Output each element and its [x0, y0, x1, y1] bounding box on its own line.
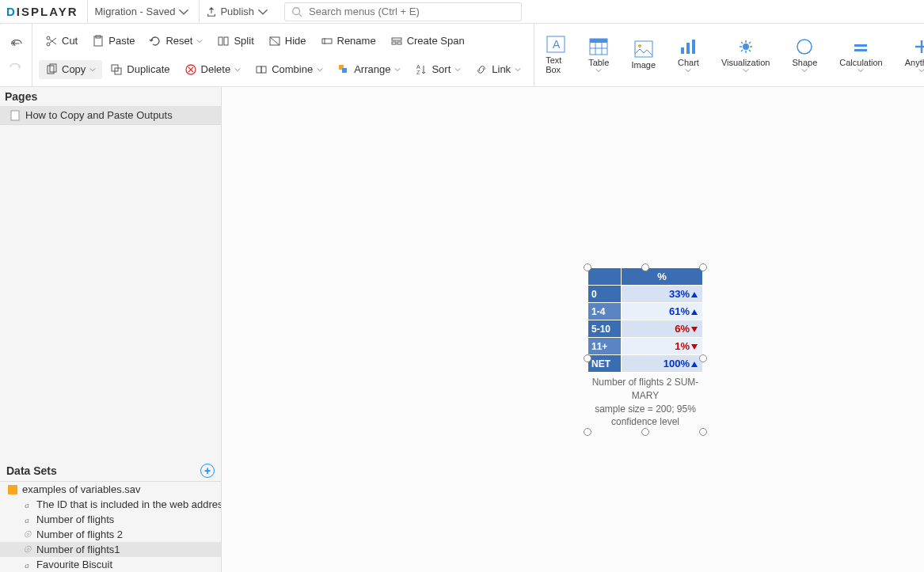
arrow-up-icon	[691, 309, 698, 315]
logo: DISPLAYR	[6, 5, 84, 18]
resize-handle[interactable]	[699, 354, 707, 362]
chevron-down-icon	[801, 68, 808, 73]
table-row[interactable]: 1-461%	[588, 303, 703, 320]
svg-rect-8	[322, 39, 332, 44]
resize-handle[interactable]	[584, 428, 591, 436]
arrange-button[interactable]: Arrange	[331, 60, 407, 79]
hide-button[interactable]: Hide	[262, 32, 313, 51]
output-table[interactable]: % 033%1-461%5-106%11+1%NET100%	[587, 267, 703, 373]
insert-image[interactable]: Image	[626, 37, 660, 73]
combine-button[interactable]: Combine	[249, 60, 329, 79]
insert-table[interactable]: Table	[584, 35, 614, 76]
insert-chart[interactable]: Chart	[673, 35, 704, 76]
image-icon	[634, 40, 653, 58]
app-header: DISPLAYR Migration - Saved Publish	[0, 0, 924, 24]
reset-icon	[149, 35, 162, 47]
canvas[interactable]: % 033%1-461%5-106%11+1%NET100% Number of…	[222, 87, 924, 572]
insert-calculation[interactable]: Calculation	[835, 35, 887, 76]
variable-item[interactable]: aThe ID that is included in the web addr…	[0, 497, 221, 512]
cut-button[interactable]: Cut	[39, 32, 84, 51]
svg-rect-34	[854, 44, 867, 47]
combine-icon	[255, 63, 268, 76]
table-caption: Number of flights 2 SUM-MARY sample size…	[587, 373, 703, 432]
insert-anything[interactable]: Anything	[900, 35, 924, 76]
row-value: 100%	[622, 355, 703, 373]
row-label: 5-10	[588, 320, 622, 338]
delete-button[interactable]: Delete	[178, 60, 248, 79]
reset-button[interactable]: Reset	[143, 32, 209, 51]
svg-point-0	[293, 7, 300, 14]
resize-handle[interactable]	[641, 263, 649, 271]
row-label: NET	[588, 355, 622, 373]
doc-status-label: Migration - Saved	[94, 6, 175, 17]
hide-icon	[268, 35, 281, 47]
table-row[interactable]: 11+1%	[588, 338, 703, 355]
resize-handle[interactable]	[584, 263, 591, 271]
dataset-file[interactable]: examples of variables.sav	[0, 482, 221, 497]
publish-menu[interactable]: Publish	[199, 0, 275, 23]
variable-item[interactable]: aFavourite Biscuit	[0, 557, 221, 572]
text-var-icon: a	[22, 500, 32, 509]
chevron-down-icon	[394, 66, 401, 73]
svg-rect-31	[692, 40, 695, 54]
add-dataset-button[interactable]: +	[200, 464, 215, 478]
table-header-blank	[588, 268, 622, 286]
chevron-down-icon	[595, 68, 602, 73]
sidebar: Pages How to Copy and Paste Outputs Data…	[0, 87, 222, 572]
page-label: How to Copy and Paste Outputs	[25, 109, 173, 121]
svg-rect-20	[342, 68, 347, 73]
sort-icon: AZ	[415, 63, 428, 76]
redo-button[interactable]	[10, 62, 22, 73]
search-box[interactable]	[284, 2, 522, 21]
page-item[interactable]: How to Copy and Paste Outputs	[0, 106, 221, 124]
copy-button[interactable]: Copy	[39, 60, 102, 79]
undo-button[interactable]	[10, 38, 22, 49]
svg-point-33	[797, 40, 812, 54]
duplicate-button[interactable]: Duplicate	[104, 60, 176, 79]
table-row[interactable]: 5-106%	[588, 320, 703, 338]
insert-visualization[interactable]: Visualization	[717, 35, 775, 76]
chevron-down-icon	[857, 68, 864, 73]
insert-shape[interactable]: Shape	[787, 35, 822, 76]
resize-handle[interactable]	[699, 428, 707, 436]
arrow-down-icon	[691, 327, 698, 332]
duplicate-icon	[110, 63, 123, 76]
variable-item[interactable]: aNumber of flights	[0, 512, 221, 527]
resize-handle[interactable]	[699, 263, 707, 271]
chart-icon	[679, 38, 698, 55]
svg-rect-35	[854, 49, 867, 51]
selected-table-object[interactable]: % 033%1-461%5-106%11+1%NET100% Number of…	[587, 267, 703, 432]
split-button[interactable]: Split	[211, 32, 260, 51]
insert-panel: A Text Box Table Image Chart Visualizati…	[534, 24, 924, 86]
paste-button[interactable]: Paste	[86, 32, 141, 51]
sort-button[interactable]: AZ Sort	[409, 60, 467, 79]
table-row[interactable]: NET100%	[588, 355, 703, 373]
rename-button[interactable]: Rename	[314, 32, 382, 51]
chevron-down-icon	[743, 68, 749, 73]
resize-handle[interactable]	[641, 428, 649, 436]
svg-rect-17	[257, 66, 261, 73]
visualization-icon	[736, 38, 756, 55]
svg-text:Z: Z	[416, 70, 420, 75]
chevron-down-icon	[257, 6, 268, 17]
search-input[interactable]	[309, 6, 515, 17]
datasets-section: Data Sets + examples of variables.sav aT…	[0, 460, 221, 572]
svg-point-2	[47, 36, 50, 40]
variable-item[interactable]: ⦾Number of flights1	[0, 542, 221, 557]
svg-point-28	[638, 44, 641, 47]
publish-label: Publish	[220, 6, 254, 17]
publish-icon	[206, 6, 217, 17]
insert-textbox[interactable]: A Text Box	[541, 32, 571, 78]
datasets-header: Data Sets +	[0, 460, 221, 482]
page-icon	[10, 110, 21, 121]
create-span-button[interactable]: Create Span	[384, 32, 471, 51]
resize-handle[interactable]	[584, 354, 591, 362]
table-row[interactable]: 033%	[588, 286, 703, 303]
history-nav	[0, 24, 32, 86]
doc-status-menu[interactable]: Migration - Saved	[87, 0, 196, 23]
link-button[interactable]: Link	[469, 60, 527, 79]
variable-item[interactable]: ⦾Number of flights 2	[0, 527, 221, 542]
search-icon	[291, 6, 302, 17]
svg-rect-36	[11, 111, 19, 120]
row-value: 1%	[622, 338, 703, 355]
